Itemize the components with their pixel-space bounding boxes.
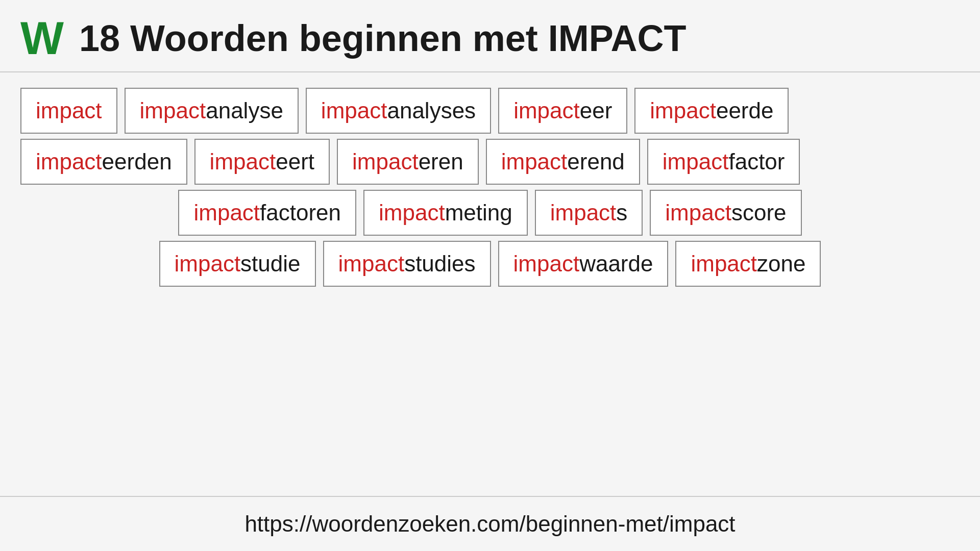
word-prefix: impact <box>501 149 568 174</box>
word-box[interactable]: impactscore <box>650 190 801 236</box>
word-row-4: impactstudieimpactstudiesimpactwaardeimp… <box>20 241 960 287</box>
word-row-2: impacteerdenimpacteertimpacterenimpacter… <box>20 139 960 185</box>
word-box[interactable]: impactmeting <box>363 190 528 236</box>
word-box[interactable]: impacterend <box>486 139 640 185</box>
word-box[interactable]: impactwaarde <box>498 241 669 287</box>
word-suffix: factor <box>728 149 785 174</box>
word-box[interactable]: impactanalyses <box>306 88 491 134</box>
word-row-3: impactfactorenimpactmetingimpactsimpacts… <box>20 190 960 236</box>
word-prefix: impact <box>175 251 241 277</box>
word-prefix: impact <box>140 98 206 123</box>
footer: https://woordenzoeken.com/beginnen-met/i… <box>0 496 980 551</box>
page-title: 18 Woorden beginnen met IMPACT <box>79 17 686 59</box>
word-prefix: impact <box>210 149 276 174</box>
word-box[interactable]: impacteerde <box>634 88 789 134</box>
word-suffix: meting <box>445 200 512 226</box>
word-prefix: impact <box>36 98 102 123</box>
logo-w: W <box>20 15 64 61</box>
word-suffix: waarde <box>579 251 653 277</box>
word-prefix: impact <box>36 149 102 174</box>
word-box[interactable]: impacteren <box>337 139 479 185</box>
word-grid: impactimpactanalyseimpactanalysesimpacte… <box>0 72 980 496</box>
word-prefix: impact <box>379 200 445 226</box>
word-suffix: studies <box>404 251 475 277</box>
word-suffix: analyse <box>206 98 283 123</box>
word-box[interactable]: impactstudie <box>159 241 316 287</box>
word-prefix: impact <box>663 149 729 174</box>
word-box[interactable]: impact <box>20 88 117 134</box>
word-prefix: impact <box>193 200 260 226</box>
word-prefix: impact <box>513 251 580 277</box>
word-suffix: eerden <box>102 149 172 174</box>
word-box[interactable]: impacteert <box>194 139 330 185</box>
word-suffix: factoren <box>260 200 341 226</box>
word-box[interactable]: impactfactoren <box>178 190 356 236</box>
word-suffix: eerde <box>716 98 774 123</box>
word-box[interactable]: impactstudies <box>323 241 491 287</box>
word-prefix: impact <box>665 200 731 226</box>
word-prefix: impact <box>513 98 580 123</box>
word-box[interactable]: impacteerden <box>20 139 187 185</box>
word-suffix: analyses <box>387 98 476 123</box>
word-suffix: zone <box>757 251 805 277</box>
word-prefix: impact <box>650 98 716 123</box>
word-box[interactable]: impactzone <box>675 241 821 287</box>
word-suffix: eert <box>276 149 314 174</box>
word-suffix: score <box>731 200 787 226</box>
word-box[interactable]: impacts <box>535 190 643 236</box>
word-suffix: eer <box>580 98 612 123</box>
page-header: W 18 Woorden beginnen met IMPACT <box>0 0 980 72</box>
word-box[interactable]: impactanalyse <box>125 88 299 134</box>
word-prefix: impact <box>691 251 757 277</box>
word-box[interactable]: impacteer <box>498 88 627 134</box>
word-suffix: erend <box>567 149 625 174</box>
word-prefix: impact <box>338 251 405 277</box>
footer-url[interactable]: https://woordenzoeken.com/beginnen-met/i… <box>244 511 735 536</box>
word-suffix: eren <box>419 149 463 174</box>
word-row-1: impactimpactanalyseimpactanalysesimpacte… <box>20 88 960 134</box>
word-suffix: s <box>616 200 627 226</box>
word-prefix: impact <box>321 98 387 123</box>
word-prefix: impact <box>352 149 419 174</box>
word-prefix: impact <box>550 200 617 226</box>
word-box[interactable]: impactfactor <box>647 139 800 185</box>
word-suffix: studie <box>240 251 300 277</box>
